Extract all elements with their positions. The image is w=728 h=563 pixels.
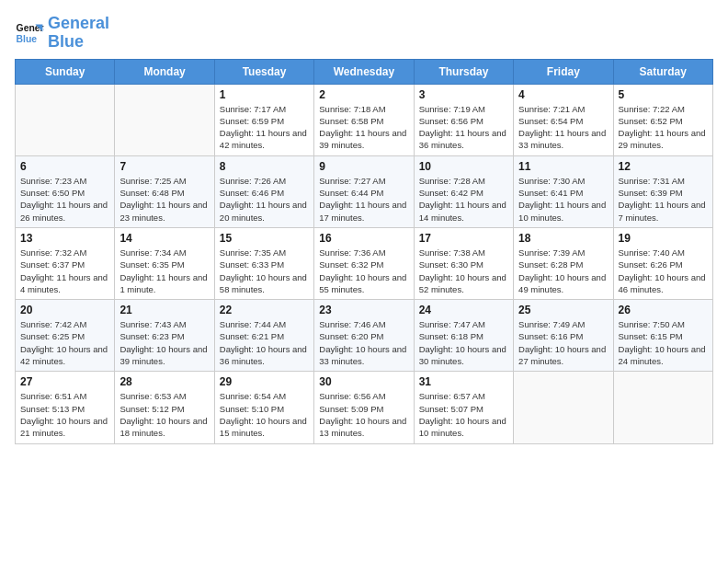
header-row: SundayMondayTuesdayWednesdayThursdayFrid… (16, 59, 713, 84)
calendar-cell: 2Sunrise: 7:18 AM Sunset: 6:58 PM Daylig… (314, 84, 414, 155)
calendar-cell: 25Sunrise: 7:49 AM Sunset: 6:16 PM Dayli… (514, 300, 613, 372)
day-number: 19 (619, 232, 708, 245)
day-info: Sunrise: 7:43 AM Sunset: 6:23 PM Dayligh… (119, 318, 209, 367)
day-number: 20 (20, 304, 109, 316)
day-info: Sunrise: 7:35 AM Sunset: 6:33 PM Dayligh… (220, 247, 309, 295)
day-info: Sunrise: 6:53 AM Sunset: 5:12 PM Dayligh… (119, 390, 209, 439)
calendar-cell: 10Sunrise: 7:28 AM Sunset: 6:42 PM Dayli… (414, 155, 513, 227)
week-row-2: 6Sunrise: 7:23 AM Sunset: 6:50 PM Daylig… (16, 155, 713, 227)
day-header-tuesday: Tuesday (214, 59, 313, 84)
day-number: 8 (220, 160, 309, 173)
day-info: Sunrise: 7:21 AM Sunset: 6:54 PM Dayligh… (518, 103, 608, 152)
calendar-cell: 17Sunrise: 7:38 AM Sunset: 6:30 PM Dayli… (414, 227, 513, 299)
calendar-cell (115, 84, 214, 155)
day-info: Sunrise: 7:46 AM Sunset: 6:20 PM Dayligh… (319, 318, 408, 367)
day-number: 1 (220, 88, 309, 101)
calendar-cell: 23Sunrise: 7:46 AM Sunset: 6:20 PM Dayli… (314, 300, 414, 372)
day-info: Sunrise: 7:50 AM Sunset: 6:15 PM Dayligh… (619, 318, 708, 367)
day-number: 25 (518, 304, 608, 316)
calendar-cell: 9Sunrise: 7:27 AM Sunset: 6:44 PM Daylig… (314, 155, 414, 227)
day-number: 11 (518, 160, 608, 173)
day-info: Sunrise: 7:30 AM Sunset: 6:41 PM Dayligh… (518, 175, 608, 224)
day-info: Sunrise: 7:23 AM Sunset: 6:50 PM Dayligh… (20, 175, 109, 224)
logo-text: GeneralBlue (48, 15, 109, 52)
svg-text:Blue: Blue (17, 33, 38, 43)
week-row-4: 20Sunrise: 7:42 AM Sunset: 6:25 PM Dayli… (16, 300, 713, 372)
day-info: Sunrise: 7:19 AM Sunset: 6:56 PM Dayligh… (419, 103, 508, 152)
day-info: Sunrise: 7:18 AM Sunset: 6:58 PM Dayligh… (319, 103, 408, 152)
calendar-cell: 11Sunrise: 7:30 AM Sunset: 6:41 PM Dayli… (514, 155, 613, 227)
day-number: 27 (20, 375, 109, 388)
week-row-3: 13Sunrise: 7:32 AM Sunset: 6:37 PM Dayli… (16, 227, 713, 299)
logo-icon: General Blue (15, 18, 44, 48)
day-number: 31 (419, 375, 508, 388)
day-info: Sunrise: 7:31 AM Sunset: 6:39 PM Dayligh… (619, 175, 708, 224)
day-number: 30 (319, 375, 408, 388)
calendar-cell: 16Sunrise: 7:36 AM Sunset: 6:32 PM Dayli… (314, 227, 414, 299)
calendar-cell: 5Sunrise: 7:22 AM Sunset: 6:52 PM Daylig… (613, 84, 712, 155)
calendar-cell: 31Sunrise: 6:57 AM Sunset: 5:07 PM Dayli… (414, 372, 513, 443)
day-number: 29 (220, 375, 309, 388)
calendar-cell: 26Sunrise: 7:50 AM Sunset: 6:15 PM Dayli… (613, 300, 712, 372)
calendar-cell: 18Sunrise: 7:39 AM Sunset: 6:28 PM Dayli… (514, 227, 613, 299)
day-info: Sunrise: 7:32 AM Sunset: 6:37 PM Dayligh… (20, 247, 109, 295)
calendar-cell: 15Sunrise: 7:35 AM Sunset: 6:33 PM Dayli… (214, 227, 313, 299)
logo: General Blue GeneralBlue (15, 15, 109, 52)
day-number: 14 (119, 232, 209, 245)
day-number: 22 (220, 304, 309, 316)
day-info: Sunrise: 7:26 AM Sunset: 6:46 PM Dayligh… (220, 175, 309, 224)
day-info: Sunrise: 7:40 AM Sunset: 6:26 PM Dayligh… (619, 247, 708, 295)
day-number: 13 (20, 232, 109, 245)
day-number: 6 (20, 160, 109, 173)
day-number: 21 (119, 304, 209, 316)
calendar-cell: 1Sunrise: 7:17 AM Sunset: 6:59 PM Daylig… (214, 84, 313, 155)
day-header-sunday: Sunday (16, 59, 115, 84)
day-number: 15 (220, 232, 309, 245)
calendar-cell: 29Sunrise: 6:54 AM Sunset: 5:10 PM Dayli… (214, 372, 313, 443)
day-info: Sunrise: 6:51 AM Sunset: 5:13 PM Dayligh… (20, 390, 109, 439)
day-number: 16 (319, 232, 408, 245)
calendar-cell: 20Sunrise: 7:42 AM Sunset: 6:25 PM Dayli… (16, 300, 115, 372)
day-header-thursday: Thursday (414, 59, 513, 84)
day-info: Sunrise: 7:28 AM Sunset: 6:42 PM Dayligh… (419, 175, 508, 224)
calendar-cell: 13Sunrise: 7:32 AM Sunset: 6:37 PM Dayli… (16, 227, 115, 299)
calendar-cell: 12Sunrise: 7:31 AM Sunset: 6:39 PM Dayli… (613, 155, 712, 227)
calendar-cell: 14Sunrise: 7:34 AM Sunset: 6:35 PM Dayli… (115, 227, 214, 299)
day-info: Sunrise: 7:47 AM Sunset: 6:18 PM Dayligh… (419, 318, 508, 367)
day-number: 23 (319, 304, 408, 316)
day-info: Sunrise: 7:17 AM Sunset: 6:59 PM Dayligh… (220, 103, 309, 152)
day-info: Sunrise: 7:27 AM Sunset: 6:44 PM Dayligh… (319, 175, 408, 224)
day-info: Sunrise: 6:54 AM Sunset: 5:10 PM Dayligh… (220, 390, 309, 439)
day-number: 24 (419, 304, 508, 316)
day-number: 4 (518, 88, 608, 101)
day-info: Sunrise: 6:57 AM Sunset: 5:07 PM Dayligh… (419, 390, 508, 439)
day-number: 3 (419, 88, 508, 101)
day-info: Sunrise: 7:39 AM Sunset: 6:28 PM Dayligh… (518, 247, 608, 295)
day-header-wednesday: Wednesday (314, 59, 414, 84)
day-number: 2 (319, 88, 408, 101)
calendar-table: SundayMondayTuesdayWednesdayThursdayFrid… (15, 59, 713, 444)
calendar-cell: 30Sunrise: 6:56 AM Sunset: 5:09 PM Dayli… (314, 372, 414, 443)
day-info: Sunrise: 7:34 AM Sunset: 6:35 PM Dayligh… (119, 247, 209, 295)
day-number: 5 (619, 88, 708, 101)
calendar-cell (514, 372, 613, 443)
day-number: 7 (119, 160, 209, 173)
day-info: Sunrise: 7:44 AM Sunset: 6:21 PM Dayligh… (220, 318, 309, 367)
calendar-cell: 28Sunrise: 6:53 AM Sunset: 5:12 PM Dayli… (115, 372, 214, 443)
week-row-5: 27Sunrise: 6:51 AM Sunset: 5:13 PM Dayli… (16, 372, 713, 443)
day-info: Sunrise: 7:25 AM Sunset: 6:48 PM Dayligh… (119, 175, 209, 224)
calendar-cell: 6Sunrise: 7:23 AM Sunset: 6:50 PM Daylig… (16, 155, 115, 227)
day-header-friday: Friday (514, 59, 613, 84)
calendar-cell: 27Sunrise: 6:51 AM Sunset: 5:13 PM Dayli… (16, 372, 115, 443)
day-number: 9 (319, 160, 408, 173)
calendar-cell: 8Sunrise: 7:26 AM Sunset: 6:46 PM Daylig… (214, 155, 313, 227)
calendar-cell (613, 372, 712, 443)
calendar-cell: 3Sunrise: 7:19 AM Sunset: 6:56 PM Daylig… (414, 84, 513, 155)
day-info: Sunrise: 7:22 AM Sunset: 6:52 PM Dayligh… (619, 103, 708, 152)
day-number: 17 (419, 232, 508, 245)
calendar-cell: 24Sunrise: 7:47 AM Sunset: 6:18 PM Dayli… (414, 300, 513, 372)
calendar-cell: 7Sunrise: 7:25 AM Sunset: 6:48 PM Daylig… (115, 155, 214, 227)
day-info: Sunrise: 7:42 AM Sunset: 6:25 PM Dayligh… (20, 318, 109, 367)
calendar-cell: 4Sunrise: 7:21 AM Sunset: 6:54 PM Daylig… (514, 84, 613, 155)
day-header-monday: Monday (115, 59, 214, 84)
